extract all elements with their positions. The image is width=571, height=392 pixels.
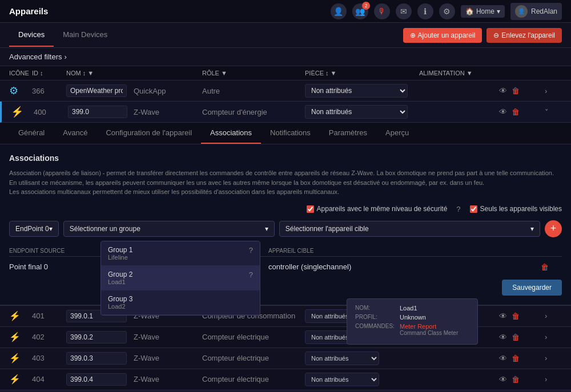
device-room-366[interactable]: Non attribués <box>305 84 419 98</box>
tooltip-profil-row: PROFIL: Unknown <box>355 314 469 321</box>
add-device-button[interactable]: ⊕ Ajouter un appareil <box>403 28 482 43</box>
eye-401[interactable]: 👁 <box>499 312 507 321</box>
name-input-402[interactable] <box>66 331 127 343</box>
tab-main-devices[interactable]: Main Devices <box>54 23 116 47</box>
tab-config[interactable]: Configuration de l'appareil <box>96 123 201 144</box>
device-room-400[interactable]: Non attribués <box>305 105 419 119</box>
icon-404: ⚡ <box>9 374 32 385</box>
trash-button-400[interactable]: 🗑 <box>512 107 520 116</box>
info-icon[interactable]: ℹ <box>417 3 433 19</box>
assoc-options: Appareils avec le même niveau de sécurit… <box>9 205 562 213</box>
device-row-404: ⚡ 404 Z-Wave Compteur électrique Non att… <box>0 369 571 390</box>
tab-avance[interactable]: Avancé <box>54 123 96 144</box>
top-nav: Appareils 👤 👥 2 🎙 ✉ ℹ ⚙ 🏠 Home ▾ 👤 RedAl… <box>0 0 571 23</box>
person-alert-icon[interactable]: 👥 2 <box>352 3 368 19</box>
checkbox-visible[interactable]: Seuls les appareils visibles <box>470 205 562 213</box>
tab-general[interactable]: Général <box>9 123 54 144</box>
device-name-366 <box>66 84 134 97</box>
tooltip-nom-value: Load1 <box>400 305 417 312</box>
avatar: 👤 <box>515 5 528 18</box>
settings-icon[interactable]: ⚙ <box>439 3 455 19</box>
expand-chevron-400[interactable]: ˅ <box>545 108 562 116</box>
device-cible-value: controller (singlechannel) <box>268 262 528 271</box>
checkbox-security[interactable]: Appareils avec le même niveau de sécurit… <box>307 205 448 213</box>
device-name-input-366[interactable] <box>66 84 127 97</box>
th-name: NOM ↕ ▼ <box>66 70 134 76</box>
remove-icon: ⊖ <box>493 31 499 39</box>
icon-401: ⚡ <box>9 310 32 321</box>
device-row-401: ⚡ 401 Z-Wave Compteur de consommation No… <box>0 306 571 327</box>
home-button[interactable]: 🏠 Home ▾ <box>461 5 505 18</box>
app-title: Appareils <box>9 6 331 16</box>
tab-associations[interactable]: Associations <box>201 123 261 144</box>
user-label: RedAlan <box>531 7 557 15</box>
checkbox-visible-label: Seuls les appareils visibles <box>480 205 562 213</box>
assoc-title: Associations <box>9 153 562 163</box>
trash-401[interactable]: 🗑 <box>512 312 520 321</box>
group-chevron: ▾ <box>265 225 268 233</box>
group-selector[interactable]: Sélectionner un groupe ▾ <box>63 221 275 237</box>
inner-tabs: Général Avancé Configuration de l'appare… <box>0 123 571 144</box>
eye-403[interactable]: 👁 <box>499 354 507 363</box>
dropdown-item-group1[interactable]: Group 1 Lifeline ? <box>101 241 260 266</box>
icon-402: ⚡ <box>9 332 32 342</box>
device-icon-400: ⚡ <box>11 106 34 118</box>
chevron-402[interactable]: › <box>545 333 562 341</box>
name-input-403[interactable] <box>66 352 127 365</box>
dropdown-item-group2[interactable]: Group 2 Load1 ? <box>101 266 260 290</box>
room-select-404[interactable]: Non attribués <box>305 373 379 386</box>
checkbox-security-input[interactable] <box>307 205 314 213</box>
tooltip-cmd-row: COMMANDES: Meter Report Command Class Me… <box>355 323 469 336</box>
endpoint-selector[interactable]: EndPoint 0 ▾ <box>9 221 59 237</box>
chevron-404[interactable]: › <box>545 375 562 383</box>
device-placeholder: Sélectionner l'appareil cible <box>286 225 369 233</box>
trash-403[interactable]: 🗑 <box>512 354 520 363</box>
room-403[interactable]: Non attribués <box>305 351 419 365</box>
device-name-input-400[interactable] <box>68 106 127 118</box>
id-401: 401 <box>32 312 66 320</box>
tab-notifications[interactable]: Notifications <box>261 123 320 144</box>
tooltip-profil-label: PROFIL: <box>355 314 395 321</box>
eye-button-400[interactable]: 👁 <box>499 107 507 116</box>
remove-device-button[interactable]: ⊖ Enlevez l'appareil <box>486 28 562 43</box>
mic-icon[interactable]: 🎙 <box>374 3 390 19</box>
trash-404[interactable]: 🗑 <box>512 375 520 384</box>
user-button[interactable]: 👤 RedAlan <box>510 3 562 20</box>
tab-devices[interactable]: Devices <box>9 23 54 47</box>
mail-icon[interactable]: ✉ <box>396 3 412 19</box>
device-row-402: ⚡ 402 Z-Wave Compteur électrique Non att… <box>0 327 571 348</box>
eye-402[interactable]: 👁 <box>499 333 507 342</box>
chevron-401[interactable]: › <box>545 312 562 320</box>
room-404[interactable]: Non attribués <box>305 373 419 386</box>
eye-button-366[interactable]: 👁 <box>499 86 507 95</box>
expanded-panel: Général Avancé Configuration de l'appare… <box>0 123 571 306</box>
person-icon[interactable]: 👤 <box>331 3 347 19</box>
add-association-button[interactable]: + <box>545 220 562 237</box>
main-tab-bar: Devices Main Devices ⊕ Ajouter un appare… <box>0 23 571 48</box>
endpoint-label: EndPoint 0 <box>15 225 49 233</box>
delete-assoc-button[interactable]: 🗑 <box>528 262 562 272</box>
device-target-selector[interactable]: Sélectionner l'appareil cible ▾ <box>279 221 540 237</box>
tab-apercu[interactable]: Aperçu <box>376 123 418 144</box>
checkbox-visible-input[interactable] <box>470 205 477 213</box>
room-select-366[interactable]: Non attribués <box>305 84 408 98</box>
trash-402[interactable]: 🗑 <box>512 333 520 342</box>
name-input-404[interactable] <box>66 373 127 386</box>
save-button[interactable]: Sauvegarder <box>502 280 562 296</box>
dropdown-item-group3[interactable]: Group 3 Load2 <box>101 290 260 315</box>
expand-chevron-366[interactable]: › <box>545 87 562 95</box>
device-actions-400: 👁 🗑 <box>499 107 545 116</box>
actions-401: 👁 🗑 <box>499 312 545 321</box>
room-select-400[interactable]: Non attribués <box>305 105 408 119</box>
eye-404[interactable]: 👁 <box>499 375 507 384</box>
trash-button-366[interactable]: 🗑 <box>512 86 520 95</box>
icon-403: ⚡ <box>9 353 32 363</box>
th-icon: ICÔNE <box>9 70 32 76</box>
advanced-filters-link[interactable]: Advanced filters › <box>9 52 67 61</box>
room-select-403[interactable]: Non attribués <box>305 351 379 365</box>
tooltip-cmd-sub: Command Class Meter <box>400 330 458 336</box>
tab-parametres[interactable]: Paramètres <box>320 123 376 144</box>
role-403: Compteur électrique <box>202 354 305 362</box>
chevron-403[interactable]: › <box>545 354 562 362</box>
protocol-402: Z-Wave <box>134 333 202 341</box>
